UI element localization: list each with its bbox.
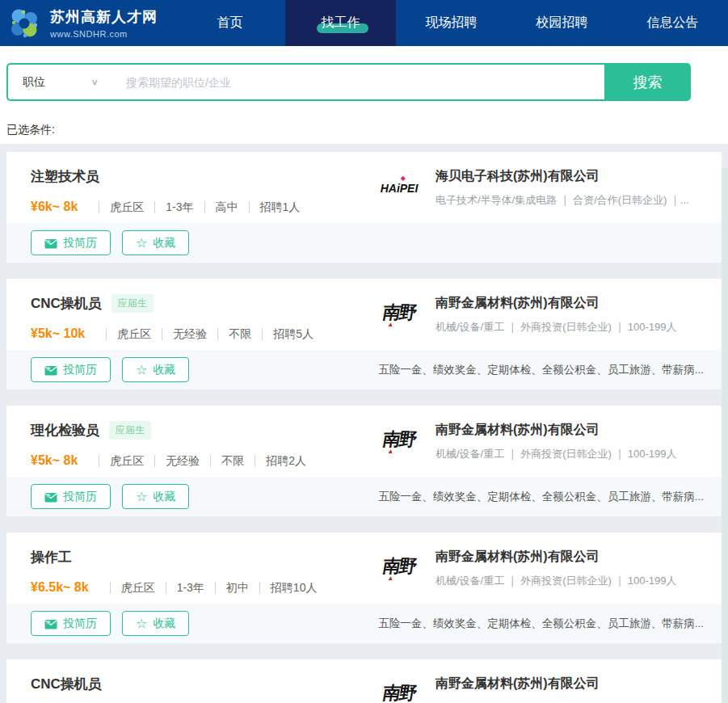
job-benefits: 五险一金、绩效奖金、定期体检、全额公积金、员工旅游、带薪病... [378,617,704,631]
job-meta-experience: 1-3年 [166,582,215,594]
job-meta-headcount: 招聘10人 [259,582,328,594]
chevron-down-icon: ∨ [90,78,99,87]
site-url: www.SNDHR.com [50,29,158,39]
job-benefits: 五险一金、绩效奖金、定期体检、全额公积金、员工旅游、带薪病... [378,363,704,377]
company-name[interactable]: 南野金属材料(苏州)有限公司 [436,676,600,692]
search-button[interactable]: 搜索 [604,63,691,101]
job-title[interactable]: CNC操机员 [31,294,102,313]
job-title[interactable]: 操作工 [31,548,72,566]
job-card[interactable]: CNC操机员 南野 南野金属材料(苏州)有限公司 [6,659,722,703]
job-meta-education: 不限 [217,328,262,340]
star-icon: ☆ [136,237,147,250]
job-meta-experience: 无经验 [154,455,210,467]
job-title[interactable]: 注塑技术员 [31,167,99,186]
apply-button[interactable]: 投简历 [31,230,111,255]
favorite-button[interactable]: ☆ 收藏 [122,611,189,636]
job-card[interactable]: 操作工 ¥6.5k~ 8k 虎丘区 1-3年 初中 招聘10人 南野 南野金属材… [6,533,722,643]
apply-button[interactable]: 投简历 [31,611,111,636]
search-category-label: 职位 [23,75,45,90]
job-meta-headcount: 招聘1人 [249,201,311,213]
job-salary: ¥5k~ 8k [31,453,78,468]
apply-button[interactable]: 投简历 [31,357,111,382]
job-meta-headcount: 招聘5人 [262,328,324,340]
fresh-graduate-badge: 应届生 [109,421,151,440]
envelope-icon [44,364,57,376]
job-card[interactable]: 注塑技术员 ¥6k~ 8k 虎丘区 1-3年 高中 招聘1人 HAiPEI 海贝… [6,152,722,263]
nanye-logo-icon: 南野 [381,554,417,579]
job-meta-experience: 1-3年 [154,201,204,213]
job-meta-location: 虎丘区 [99,201,154,213]
apply-button[interactable]: 投简历 [31,484,111,509]
favorite-button[interactable]: ☆ 收藏 [122,357,189,382]
star-icon: ☆ [136,617,147,630]
company-logo[interactable]: 南野 [376,294,423,331]
job-meta-location: 虎丘区 [99,455,154,467]
company-logo[interactable]: 南野 [376,421,423,458]
selected-filters-label: 已选条件: [6,123,728,137]
company-industry: 电子技术/半导体/集成电路 ｜ 合资/合作(日韩企业) ｜... [436,193,689,208]
job-salary: ¥5k~ 10k [31,326,85,341]
job-meta-location: 虎丘区 [106,328,162,340]
haipei-logo-icon: HAiPEI [381,177,419,195]
star-icon: ☆ [136,364,147,377]
nav-item-campus-recruitment[interactable]: 校园招聘 [507,0,617,46]
nanye-logo-icon: 南野 [381,427,417,452]
job-meta-location: 虎丘区 [110,582,166,594]
scrollbar[interactable] [722,168,728,703]
search-input[interactable] [126,76,604,89]
search-box: 职位 ∨ [6,63,604,101]
nav-item-home[interactable]: 首页 [175,0,285,46]
top-nav-bar: 苏州高新人才网 www.SNDHR.com 首页 找工作 现场招聘 校园招聘 信… [0,0,728,46]
company-name[interactable]: 南野金属材料(苏州)有限公司 [436,422,677,439]
company-logo[interactable]: 南野 [376,548,423,585]
company-industry: 机械/设备/重工 ｜ 外商投资(日韩企业) ｜ 100-199人 [436,447,677,461]
envelope-icon [44,238,57,249]
envelope-icon [44,618,57,629]
nav-item-onsite-recruitment[interactable]: 现场招聘 [396,0,507,46]
site-logo[interactable]: 苏州高新人才网 www.SNDHR.com [0,0,175,46]
nav-item-find-job[interactable]: 找工作 [285,0,396,46]
job-meta-headcount: 招聘2人 [255,455,317,467]
nanye-logo-icon: 南野 [381,301,417,325]
job-meta-education: 高中 [204,201,249,213]
job-salary: ¥6.5k~ 8k [31,580,89,595]
favorite-button[interactable]: ☆ 收藏 [122,484,189,509]
job-meta-experience: 无经验 [162,328,217,340]
company-industry: 机械/设备/重工 ｜ 外商投资(日韩企业) ｜ 100-199人 [436,574,677,588]
job-title[interactable]: 理化检验员 [31,421,99,440]
job-meta-education: 不限 [210,455,255,467]
search-category-select[interactable]: 职位 ∨ [8,75,103,90]
company-name[interactable]: 南野金属材料(苏州)有限公司 [436,295,677,312]
job-meta-education: 初中 [215,582,259,594]
favorite-button[interactable]: ☆ 收藏 [122,230,189,255]
job-title[interactable]: CNC操机员 [31,675,102,693]
company-logo[interactable]: HAiPEI [376,167,423,204]
job-salary: ¥6k~ 8k [31,200,78,214]
star-icon: ☆ [136,490,147,503]
search-section: 职位 ∨ 搜索 已选条件: [0,46,728,144]
company-industry: 机械/设备/重工 ｜ 外商投资(日韩企业) ｜ 100-199人 [436,320,677,335]
nav-item-announcements[interactable]: 信息公告 [617,0,728,46]
envelope-icon [44,491,57,503]
company-name[interactable]: 南野金属材料(苏州)有限公司 [436,549,677,566]
job-benefits: 五险一金、绩效奖金、定期体检、全额公积金、员工旅游、带薪病... [378,490,704,504]
nanye-logo-icon: 南野 [381,681,417,703]
site-name: 苏州高新人才网 [50,7,158,27]
job-list: 注塑技术员 ¥6k~ 8k 虎丘区 1-3年 高中 招聘1人 HAiPEI 海贝… [0,144,728,703]
job-card[interactable]: CNC操机员 应届生 ¥5k~ 10k 虎丘区 无经验 不限 招聘5人 南野 南… [6,279,722,389]
company-name[interactable]: 海贝电子科技(苏州)有限公司 [436,168,689,185]
site-logo-icon [6,6,42,41]
job-card[interactable]: 理化检验员 应届生 ¥5k~ 8k 虎丘区 无经验 不限 招聘2人 南野 南野金… [6,406,722,516]
fresh-graduate-badge: 应届生 [112,294,154,313]
company-logo[interactable]: 南野 [376,675,423,703]
